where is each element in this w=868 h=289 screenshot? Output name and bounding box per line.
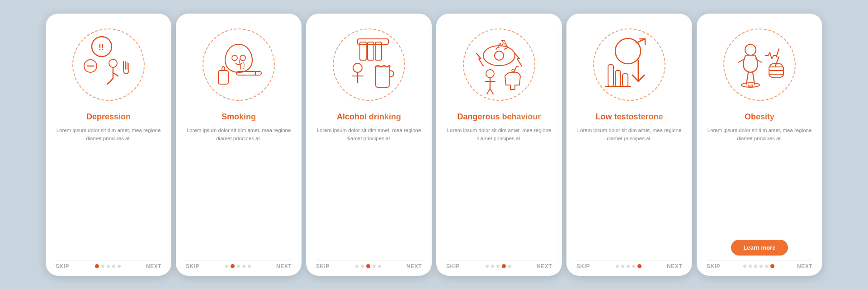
- svg-rect-30: [769, 71, 783, 74]
- card-depression: !! Depression Lorem ipsum dolor sit dim …: [46, 14, 171, 276]
- svg-point-6: [240, 55, 245, 61]
- dot-2: [491, 265, 494, 268]
- bottom-nav-testosterone: SKIP NEXT: [576, 260, 682, 270]
- svg-rect-22: [608, 65, 613, 86]
- alcohol-icon: [335, 31, 403, 99]
- dot-5: [637, 264, 642, 268]
- next-button-dangerous[interactable]: NEXT: [537, 263, 552, 270]
- svg-line-20: [636, 39, 645, 43]
- dot-5: [765, 265, 768, 268]
- dot-4: [760, 265, 763, 268]
- dot-3: [107, 265, 110, 268]
- bottom-nav-smoking: SKIP NEXT: [186, 260, 292, 270]
- skip-button-depression[interactable]: SKIP: [56, 263, 69, 270]
- skip-button-obesity[interactable]: SKIP: [707, 263, 720, 270]
- dots-alcohol: [355, 264, 381, 268]
- svg-point-26: [745, 44, 756, 55]
- svg-point-17: [486, 70, 494, 78]
- svg-rect-24: [623, 74, 628, 86]
- dot-5: [378, 265, 381, 268]
- card-title-dangerous: Dangerous behaviour: [457, 112, 541, 122]
- dot-4: [242, 265, 245, 268]
- dot-3: [754, 265, 757, 268]
- illustration-dangerous: [456, 22, 542, 108]
- dot-2: [231, 264, 235, 268]
- dot-6: [770, 264, 774, 268]
- dot-4: [502, 264, 506, 268]
- dot-2: [749, 265, 752, 268]
- svg-point-14: [353, 63, 362, 72]
- learn-more-button[interactable]: Learn more: [731, 240, 788, 256]
- bottom-nav-depression: SKIP NEXT: [56, 260, 161, 270]
- dot-5: [118, 265, 121, 268]
- svg-point-15: [483, 46, 515, 66]
- svg-rect-29: [769, 67, 783, 71]
- illustration-obesity: [717, 22, 802, 108]
- dots-depression: [95, 264, 121, 268]
- next-button-obesity[interactable]: NEXT: [797, 263, 812, 270]
- svg-text:!!: !!: [99, 43, 104, 52]
- dot-5: [508, 265, 511, 268]
- skip-button-alcohol[interactable]: SKIP: [316, 263, 330, 270]
- skip-button-smoking[interactable]: SKIP: [186, 263, 199, 270]
- dot-1: [355, 265, 359, 268]
- dot-4: [373, 265, 376, 268]
- card-testosterone: Low testosterone Lorem ipsum dolor sit d…: [566, 14, 692, 276]
- dot-5: [248, 265, 251, 268]
- dots-smoking: [225, 264, 251, 268]
- card-obesity: Obesity Lorem ipsum dolor sit dim amet, …: [697, 14, 822, 276]
- dots-dangerous: [486, 264, 511, 268]
- dot-1: [225, 265, 228, 268]
- dot-3: [496, 265, 500, 268]
- dot-3: [366, 264, 370, 268]
- card-body-alcohol: Lorem ipsum dolor sit dim amet, mea regi…: [316, 126, 422, 260]
- testosterone-icon: [595, 31, 663, 99]
- dot-1: [486, 265, 489, 268]
- bottom-nav-alcohol: SKIP NEXT: [316, 260, 422, 270]
- card-body-testosterone: Lorem ipsum dolor sit dim amet, mea regi…: [576, 126, 682, 260]
- svg-point-16: [495, 51, 504, 60]
- cards-container: !! Depression Lorem ipsum dolor sit dim …: [35, 5, 833, 285]
- next-button-alcohol[interactable]: NEXT: [406, 263, 422, 270]
- next-button-smoking[interactable]: NEXT: [276, 263, 292, 270]
- card-smoking: Smoking Lorem ipsum dolor sit dim amet, …: [176, 14, 302, 276]
- dot-1: [743, 265, 746, 268]
- smoking-icon: [205, 31, 273, 99]
- skip-button-dangerous[interactable]: SKIP: [446, 263, 460, 270]
- illustration-alcohol: [326, 22, 412, 108]
- dots-testosterone: [616, 264, 642, 268]
- dot-3: [237, 265, 240, 268]
- dot-2: [361, 265, 364, 268]
- dots-obesity: [743, 264, 774, 268]
- dot-4: [632, 265, 635, 268]
- card-body-smoking: Lorem ipsum dolor sit dim amet, mea regi…: [186, 126, 292, 260]
- bottom-nav-obesity: SKIP NEXT: [707, 260, 812, 270]
- dot-4: [112, 265, 115, 268]
- depression-icon: !!: [75, 31, 142, 99]
- card-dangerous: Dangerous behaviour Lorem ipsum dolor si…: [436, 14, 562, 276]
- svg-point-4: [109, 59, 117, 67]
- dot-1: [95, 264, 99, 268]
- svg-rect-28: [748, 85, 753, 87]
- illustration-smoking: [196, 22, 282, 108]
- next-button-testosterone[interactable]: NEXT: [667, 263, 682, 270]
- svg-point-18: [512, 69, 514, 72]
- card-title-alcohol: Alcohol drinking: [337, 112, 401, 122]
- dot-1: [616, 265, 619, 268]
- dangerous-icon: [465, 31, 533, 99]
- card-title-depression: Depression: [86, 112, 131, 122]
- illustration-depression: !!: [66, 22, 151, 108]
- illustration-testosterone: [586, 22, 672, 108]
- skip-button-testosterone[interactable]: SKIP: [576, 263, 590, 270]
- bottom-nav-dangerous: SKIP NEXT: [446, 260, 552, 270]
- dot-2: [101, 265, 104, 268]
- card-alcohol: Alcohol drinking Lorem ipsum dolor sit d…: [306, 14, 432, 276]
- card-title-smoking: Smoking: [222, 112, 256, 122]
- svg-point-5: [232, 55, 237, 61]
- obesity-icon: [726, 31, 793, 99]
- next-button-depression[interactable]: NEXT: [146, 263, 161, 270]
- svg-rect-23: [615, 71, 621, 86]
- card-body-dangerous: Lorem ipsum dolor sit dim amet, mea regi…: [446, 126, 552, 260]
- svg-rect-7: [218, 71, 228, 84]
- dot-2: [621, 265, 624, 268]
